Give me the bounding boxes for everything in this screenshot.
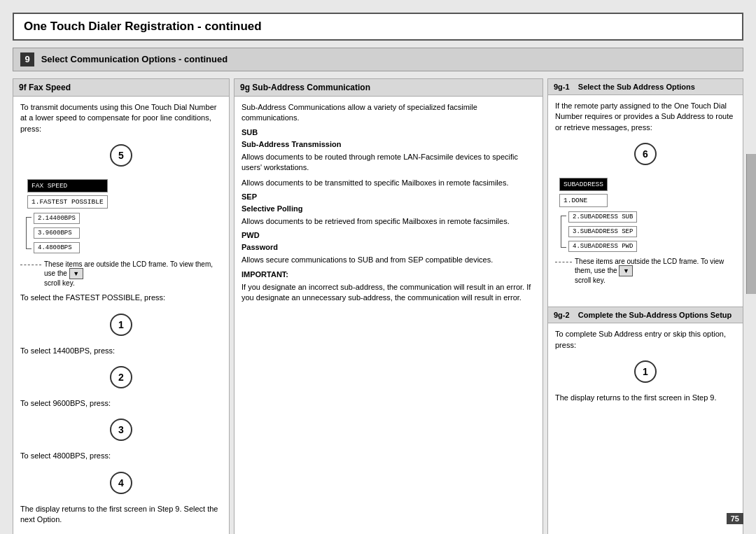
9f-btn2-container: 1 — [20, 309, 222, 340]
main-title: One Touch Dialer Registration - continue… — [24, 20, 262, 33]
outside-note-9f: These items are outside the LCD frame. T… — [20, 260, 222, 287]
9g2-desc: To complete Sub Address entry or skip th… — [555, 329, 736, 351]
9f-btn1-container: 5 — [20, 140, 222, 171]
9f-para2: To select the FASTEST POSSIBLE, press: — [20, 293, 222, 303]
step9-header: 9 Select Communication Options - continu… — [13, 48, 743, 71]
panel-9f-header: 9f Fax Speed — [13, 79, 229, 97]
right-side-tab — [746, 154, 756, 294]
panel-right: 9g-1 Select the Sub Address Options If t… — [547, 78, 743, 534]
9f-display-note: The display returns to the first screen … — [20, 504, 222, 526]
step9-title: Select Communication Options - continued — [41, 54, 228, 64]
panel-9g2-content: To complete Sub Address entry or skip th… — [548, 323, 743, 413]
panel-9g1-header: 9g-1 Select the Sub Address Options — [548, 79, 743, 95]
9g-sub-label: SUB — [241, 128, 536, 136]
page-number: 75 — [727, 513, 743, 524]
step9-number: 9 — [20, 52, 34, 66]
9g-sub-desc1: Allows documents to be routed through re… — [241, 152, 536, 174]
9f-para5: To select 4800BPS, press: — [20, 451, 222, 461]
9f-btn4-container: 3 — [20, 414, 222, 445]
main-title-box: One Touch Dialer Registration - continue… — [13, 13, 743, 41]
9g-pwd-label: PWD — [241, 231, 536, 239]
panel-9g-header: 9g Sub-Address Communication — [234, 79, 542, 97]
fax-speed-diagram: FAX SPEED 1.FASTEST POSSIBLE 2.14400BPS … — [20, 176, 222, 255]
lcd-subaddr-header: SUBADDRESS — [559, 178, 608, 191]
panel-9g2-header: 9g-2 Complete the Sub-Address Options Se… — [548, 307, 743, 323]
panel-9g: 9g Sub-Address Communication Sub-Address… — [234, 78, 543, 534]
9f-button-1[interactable]: 1 — [110, 314, 132, 336]
9f-button-2[interactable]: 2 — [110, 366, 132, 388]
9g1-button-6[interactable]: 6 — [634, 143, 657, 165]
lcd-pwd: 4.SUBADDRESS PWD — [568, 241, 637, 252]
panel-9g2: 9g-2 Complete the Sub-Address Options Se… — [548, 307, 743, 534]
outside-note-9g1: These items are outside the LCD frame. T… — [555, 258, 736, 284]
9f-button-3[interactable]: 3 — [110, 419, 132, 441]
9f-para1: To transmit documents using this One Tou… — [20, 102, 222, 134]
9g-pwd-title: Password — [241, 243, 536, 251]
9f-para3: To select 14400BPS, press: — [20, 346, 222, 356]
panel-9g1-content: If the remote party assigned to the One … — [548, 95, 743, 290]
9g-sub-title: Sub-Address Transmission — [241, 140, 536, 148]
subaddr-diagram: SUBADDRESS 1.DONE 2.SUBADDRESS SUB 3.SUB… — [555, 175, 736, 253]
bracket-container: 2.14400BPS 3.9600BPS 4.4800BPS — [26, 211, 222, 255]
9g1-btn-container: 6 — [555, 139, 736, 169]
9g-important-text: If you designate an incorrect sub-addres… — [241, 282, 536, 304]
subaddr-bracket: 2.SUBADDRESS SUB 3.SUBADDRESS SEP 4.SUBA… — [561, 210, 736, 253]
9g-sep-desc: Allows documents to be retrieved from sp… — [241, 216, 536, 227]
lcd-4800: 4.4800BPS — [34, 242, 80, 253]
9g1-desc: If the remote party assigned to the One … — [555, 101, 736, 133]
lcd-14400: 2.14400BPS — [34, 213, 80, 224]
9f-button-4[interactable]: 4 — [110, 472, 132, 494]
9g2-button-1[interactable]: 1 — [634, 360, 657, 383]
lcd-sep: 3.SUBADDRESS SEP — [568, 226, 637, 237]
lcd-done: 1.DONE — [559, 194, 608, 207]
9g-sep-title: Selective Polling — [241, 204, 536, 213]
panel-9g1: 9g-1 Select the Sub Address Options If t… — [548, 79, 743, 307]
lcd-fastest: 1.FASTEST POSSIBLE — [27, 195, 108, 209]
lcd-9600: 3.9600BPS — [34, 227, 80, 239]
9f-button-5[interactable]: 5 — [110, 144, 132, 167]
9g-important-label: IMPORTANT: — [241, 270, 536, 279]
9g2-btn-container: 1 — [555, 356, 736, 387]
9g-pwd-desc: Allows secure communications to SUB and … — [241, 255, 536, 265]
lcd-sub: 2.SUBADDRESS SUB — [568, 211, 637, 223]
9g-sub-desc2: Allows documents to be transmitted to sp… — [241, 178, 536, 188]
lcd-fax-speed-header: FAX SPEED — [27, 179, 108, 192]
9f-btn3-container: 2 — [20, 362, 222, 393]
lcd-list-items: 2.14400BPS 3.9600BPS 4.4800BPS — [34, 211, 80, 255]
panel-9g-inner: Sub-Address Communications allow a varie… — [234, 97, 542, 314]
9g2-display-note: The display returns to the first screen … — [555, 393, 736, 403]
panel-9f-content: To transmit documents using this One Tou… — [13, 97, 229, 534]
page: One Touch Dialer Registration - continue… — [0, 0, 756, 534]
scroll-arrow-9f: ▼ — [69, 268, 83, 279]
9g-intro: Sub-Address Communications allow a varie… — [241, 102, 536, 124]
subaddr-list: 2.SUBADDRESS SUB 3.SUBADDRESS SEP 4.SUBA… — [568, 210, 637, 253]
panel-9f: 9f Fax Speed To transmit documents using… — [13, 78, 230, 534]
9f-btn5-container: 4 — [20, 468, 222, 498]
content-area: 9f Fax Speed To transmit documents using… — [13, 78, 743, 534]
9f-para4: To select 9600BPS, press: — [20, 398, 222, 409]
scroll-arrow-9g1: ▼ — [619, 265, 633, 276]
9g-sep-label: SEP — [241, 192, 536, 201]
